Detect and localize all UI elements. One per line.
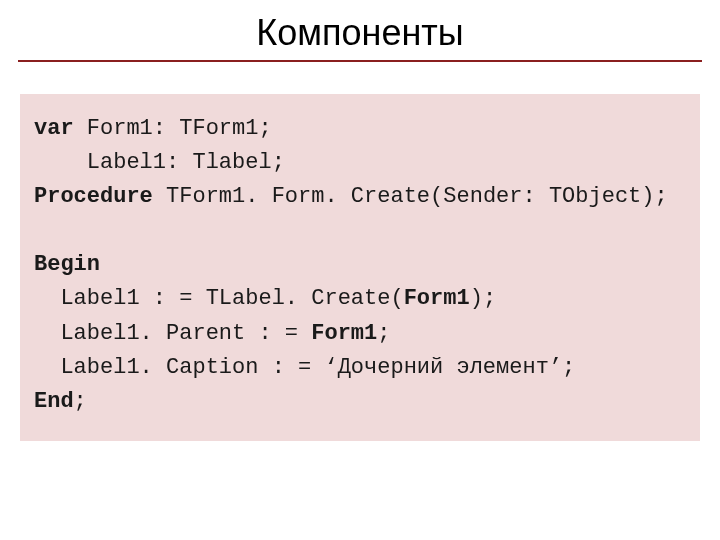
code-text: ;: [377, 321, 390, 346]
code-text: Label1. Parent : =: [34, 321, 311, 346]
keyword-begin: Begin: [34, 252, 100, 277]
code-text: TForm1. Form. Create(Sender: TObject);: [153, 184, 668, 209]
keyword-var: var: [34, 116, 74, 141]
keyword-end: End: [34, 389, 74, 414]
code-text: Label1 : = TLabel. Create(: [34, 286, 404, 311]
code-block: var Form1: TForm1; Label1: Tlabel; Proce…: [20, 94, 700, 441]
slide: Компоненты var Form1: TForm1; Label1: Tl…: [0, 0, 720, 540]
code-text: Form1: TForm1;: [74, 116, 272, 141]
code-text: ;: [74, 389, 87, 414]
code-text: Label1. Caption : = ‘Дочерний элемент’;: [34, 355, 575, 380]
slide-title: Компоненты: [0, 0, 720, 54]
code-text: );: [470, 286, 496, 311]
keyword-form1: Form1: [404, 286, 470, 311]
title-underline: [18, 60, 702, 62]
keyword-form1: Form1: [311, 321, 377, 346]
keyword-procedure: Procedure: [34, 184, 153, 209]
code-text: Label1: Tlabel;: [34, 150, 285, 175]
